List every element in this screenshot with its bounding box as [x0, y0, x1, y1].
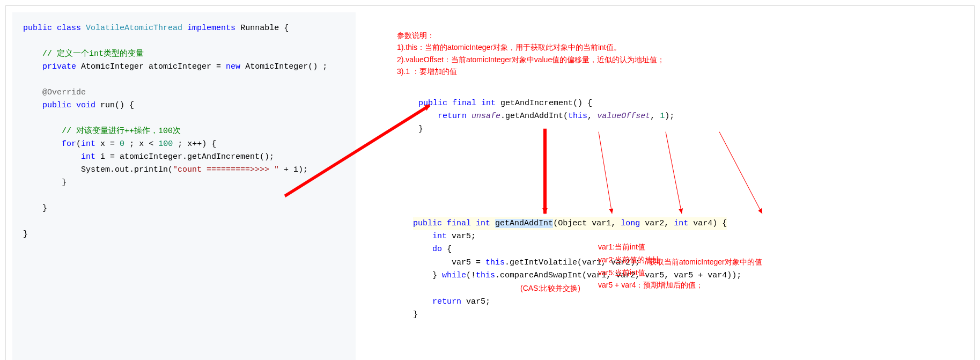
kw-int: int [81, 152, 95, 161]
kw-public: public [23, 24, 52, 33]
class-name: VolatileAtomicThread [86, 24, 182, 33]
var-explain: var1:当前int值var2:当前值的地址var5:当前int值var5 + … [598, 241, 703, 292]
cas-label: (CAS:比较并交换) [520, 284, 580, 292]
text: System.out.println( [81, 165, 173, 174]
text: run() { [100, 101, 134, 110]
comment: // 对该变量进行++操作，100次 [62, 127, 181, 136]
kw-int: int [81, 139, 95, 149]
diagram-container: public class VolatileAtomicThread implem… [5, 5, 975, 360]
param-title: 参数说明： [397, 31, 434, 40]
text: Runnable { [240, 24, 289, 33]
var2-label: var2:当前值的地址 [598, 255, 660, 264]
param-1: 1).this：当前的atomicInteger对象，用于获取此对象中的当前in… [397, 43, 621, 52]
param-explain: 参数说明：1).this：当前的atomicInteger对象，用于获取此对象中… [397, 30, 963, 78]
unsafe-ref: unsafe [471, 112, 500, 121]
right-panel: 参数说明：1).this：当前的atomicInteger对象，用于获取此对象中… [362, 6, 974, 360]
kw-implements: implements [187, 24, 235, 33]
text-getAndIncrement-call: i = atomicInteger.getAndIncrement(); [100, 152, 274, 161]
comment: // 定义一个int类型的变量 [42, 49, 144, 58]
var1-label: var1:当前int值 [598, 243, 645, 251]
kw-for: for [62, 139, 76, 149]
method-getAndIncrement: public final int getAndIncrement() { ret… [418, 97, 963, 136]
var5-label: var5:当前int值 [598, 268, 645, 277]
kw-new: new [226, 62, 240, 71]
annotation-override: @Override [42, 88, 86, 97]
param-2: 2).valueOffset：当前atomicInteger对象中value值的… [397, 55, 665, 64]
kw-public: public [42, 101, 71, 110]
var5plus-label: var5 + var4：预期增加后的值； [598, 281, 703, 289]
kw-private: private [42, 62, 76, 71]
kw-void: void [76, 101, 95, 110]
param-3: 3).1 ：要增加的值 [397, 67, 457, 76]
text: AtomicInteger() ; [245, 62, 327, 71]
kw-class: class [57, 24, 81, 33]
left-code-block: public class VolatileAtomicThread implem… [12, 12, 356, 360]
text: AtomicInteger atomicInteger = [81, 62, 221, 71]
method-name-highlight: getAndAddInt [495, 219, 553, 228]
string-literal: "count =========>>>> " [173, 165, 279, 174]
valueOffset-ref: valueOffset [597, 112, 650, 121]
